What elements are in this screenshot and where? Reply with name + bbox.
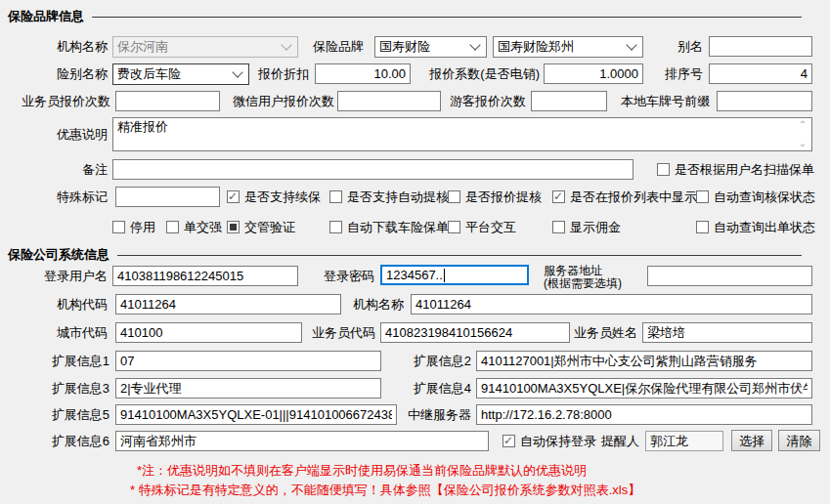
login-username-label: 登录用户名 [15,266,108,286]
checkbox-label: 自动查询核保状态 [714,189,815,206]
checkbox-show-in-quote-list[interactable]: 是否在报价列表中显示 [552,187,697,207]
server-address-label-line1: 服务器地址 [544,264,602,277]
ext-info1-input[interactable] [115,351,381,371]
remark-input[interactable] [112,159,633,180]
remark-label: 备注 [15,159,108,180]
login-username-input[interactable] [112,266,298,286]
quote-coefficient-label: 报价系数(是否电销) [415,63,540,84]
promo-description-textarea[interactable]: 精准报价 ⌃⌄ [112,117,812,151]
ext-info4-label: 扩展信息4 [405,378,471,399]
city-code-label: 城市代码 [15,322,108,343]
promo-description-label: 优惠说明 [15,124,108,145]
checkbox-show-commission[interactable]: 显示佣金 [552,217,621,237]
org-code-input[interactable] [115,294,341,315]
ext-info4-input[interactable] [476,378,812,399]
textarea-scrollbar[interactable]: ⌃⌄ [796,120,809,148]
chevron-down-icon [281,39,291,50]
checkbox-auto-download-policy[interactable]: 自动下载车险保单 [329,217,449,237]
wechat-quote-count-input[interactable] [337,91,441,111]
scroll-down-icon[interactable]: ⌄ [799,139,807,148]
checkbox-scan-policy-by-username[interactable]: 是否根据用户名扫描保单 [657,159,814,180]
ext-info2-input[interactable] [476,351,812,371]
checkbox-label: 自动下载车险保单 [347,219,449,236]
org-code-label: 机构代码 [15,294,108,315]
brand-combobox[interactable]: 国寿财险 [374,36,487,58]
wechat-quote-count-label: 微信用户报价次数 [223,91,334,111]
checkbox-icon [448,221,460,233]
checkbox-auto-query-underwrite-status[interactable]: 自动查询核保状态 [696,187,815,207]
checkbox-icon [696,221,709,233]
reminder-label: 提醒人 [592,431,639,451]
select-button[interactable]: 选择 [731,430,772,451]
checkbox-single-compulsory[interactable]: 单交强 [166,217,222,237]
ext-info1-label: 扩展信息1 [39,351,109,371]
branch-combobox[interactable]: 国寿财险郑州 [493,36,643,58]
checkbox-icon [696,190,709,203]
local-plate-prefix-input[interactable] [717,91,812,111]
section-system-header: 保险公司系统信息 [8,246,802,264]
promo-description-text: 精准报价 [117,119,168,134]
section-divider-line [92,17,802,18]
login-password-value: 1234567.. [386,268,443,282]
server-address-input[interactable] [647,266,812,286]
quote-discount-input[interactable] [315,63,411,84]
ext-info6-label: 扩展信息6 [39,431,109,451]
section-system-title: 保险公司系统信息 [8,246,109,264]
checkbox-label: 自动查询出单状态 [714,219,815,236]
salesman-quote-count-input[interactable] [115,91,220,111]
checkbox-icon [448,190,460,203]
checkbox-auto-keep-login[interactable]: 自动保持登录 [502,431,596,451]
checkbox-icon [227,221,240,233]
sort-number-input[interactable] [709,63,812,84]
risk-name-combobox-value: 费改后车险 [117,65,230,83]
checkbox-label: 自动保持登录 [520,433,596,450]
alias-input[interactable] [709,36,812,57]
salesman-code-label: 业务员代码 [303,322,375,343]
checkbox-auto-query-issue-status[interactable]: 自动查询出单状态 [696,217,815,237]
branch-combobox-value: 国寿财险郑州 [498,38,624,56]
salesman-name-input[interactable] [642,322,812,343]
quote-coefficient-input[interactable] [544,63,643,84]
section-brand-header: 保险品牌信息 [8,8,802,25]
server-address-label: 服务器地址 (根据需要选填) [544,265,622,290]
checkbox-traffic-verify[interactable]: 交管验证 [227,217,295,237]
relay-server-input[interactable] [476,404,812,425]
guest-quote-count-input[interactable] [531,91,607,111]
quote-discount-label: 报价折扣 [252,63,309,84]
scroll-up-icon[interactable]: ⌃ [799,120,807,130]
checkbox-quote-underwrite[interactable]: 是否报价提核 [448,187,542,207]
salesman-name-label: 业务员姓名 [573,322,637,343]
ext-info6-input[interactable] [115,431,489,451]
checkbox-label: 停用 [130,219,155,236]
checkbox-support-renewal[interactable]: 是否支持续保 [227,187,321,207]
ext-info5-input[interactable] [115,404,397,425]
special-mark-input[interactable] [115,187,220,207]
login-password-label: 登录密码 [316,266,374,286]
org-name2-input[interactable] [411,294,812,315]
org-name-combobox[interactable]: 保尔河南 [112,36,298,58]
salesman-quote-count-label: 业务员报价次数 [10,91,110,111]
checkbox-label: 是否在报价列表中显示 [570,189,697,206]
org-name2-label: 机构名称 [345,294,404,315]
checkbox-support-auto-underwrite[interactable]: 是否支持自动提核 [329,187,449,207]
checkbox-label: 是否支持自动提核 [347,189,449,206]
checkbox-stop-use[interactable]: 停用 [112,217,155,237]
checkbox-label: 交管验证 [244,219,295,236]
ext-info3-input[interactable] [115,378,381,399]
city-code-input[interactable] [115,322,302,343]
checkbox-platform-interact[interactable]: 平台交互 [448,217,516,237]
section-divider-line [117,255,802,256]
login-password-input[interactable]: 1234567.. [380,265,529,285]
chevron-down-icon [626,39,636,50]
salesman-code-input[interactable] [380,322,570,343]
note-promo-default: *注：优惠说明如不填则在客户端显示时使用易保通当前保险品牌默认的优惠说明 [137,462,587,480]
org-name-label: 机构名称 [15,36,108,57]
reminder-input[interactable] [645,431,723,451]
checkbox-label: 显示佣金 [570,219,621,236]
org-name-combobox-value: 保尔河南 [117,38,279,56]
checkbox-icon [166,221,179,233]
clear-button[interactable]: 清除 [778,430,820,451]
server-address-label-line2: (根据需要选填) [544,276,622,290]
checkbox-icon [657,163,670,176]
risk-name-combobox[interactable]: 费改后车险 [112,63,249,85]
